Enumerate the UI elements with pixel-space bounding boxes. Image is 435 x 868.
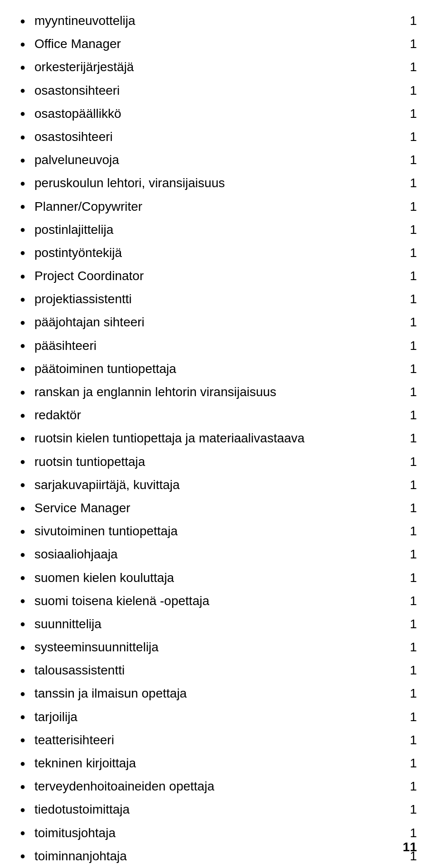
bullet-icon: ●	[18, 84, 27, 97]
bullet-icon: ●	[18, 525, 27, 538]
item-count: 1	[399, 754, 417, 772]
job-title-label: postinlajittelija	[34, 221, 113, 238]
job-title-label: tekninen kirjoittaja	[34, 754, 136, 772]
bullet-icon: ●	[18, 386, 27, 398]
bullet-icon: ●	[18, 107, 27, 120]
bullet-icon: ●	[18, 246, 27, 259]
list-item: ●suomen kielen kouluttaja1	[18, 566, 417, 589]
bullet-icon: ●	[18, 687, 27, 700]
list-item: ●myyntineuvottelija1	[18, 9, 417, 32]
job-title-label: tiedotustoimittaja	[34, 800, 130, 818]
job-title-label: suomi toisena kielenä -opettaja	[34, 592, 209, 610]
list-item: ●sosiaaliohjaaja1	[18, 543, 417, 566]
item-count: 1	[399, 221, 417, 238]
job-title-label: ruotsin tuntiopettaja	[34, 453, 145, 470]
item-count: 1	[399, 708, 417, 726]
bullet-icon: ●	[18, 339, 27, 352]
job-title-label: ranskan ja englannin lehtorin viransijai…	[34, 383, 276, 401]
item-count: 1	[399, 800, 417, 818]
list-item: ●Project Coordinator1	[18, 264, 417, 287]
job-title-label: osastosihteeri	[34, 128, 113, 145]
bullet-icon: ●	[18, 780, 27, 793]
item-count: 1	[399, 569, 417, 587]
list-item: ●postinlajittelija1	[18, 218, 417, 241]
job-title-label: sarjakuvapiirtäjä, kuvittaja	[34, 476, 180, 494]
item-count: 1	[399, 313, 417, 331]
list-item: ●Office Manager1	[18, 32, 417, 55]
item-count: 1	[399, 824, 417, 842]
item-count: 1	[399, 128, 417, 145]
item-count: 1	[399, 476, 417, 494]
bullet-icon: ●	[18, 200, 27, 213]
bullet-icon: ●	[18, 733, 27, 746]
item-count: 1	[399, 684, 417, 702]
list-item: ●peruskoulun lehtori, viransijaisuus1	[18, 171, 417, 194]
job-title-label: postintyöntekijä	[34, 244, 122, 262]
job-title-label: suunnittelija	[34, 615, 102, 633]
item-count: 1	[399, 406, 417, 424]
job-title-label: myyntineuvottelija	[34, 12, 135, 29]
bullet-icon: ●	[18, 826, 27, 839]
list-item: ●tarjoilija1	[18, 705, 417, 728]
job-title-label: systeeminsuunnittelija	[34, 638, 159, 656]
list-item: ●suomi toisena kielenä -opettaja1	[18, 589, 417, 612]
job-title-label: teatterisihteeri	[34, 731, 114, 749]
job-title-label: palveluneuvoja	[34, 151, 119, 169]
bullet-icon: ●	[18, 571, 27, 584]
list-item: ●tanssin ja ilmaisun opettaja1	[18, 682, 417, 705]
bullet-icon: ●	[18, 61, 27, 73]
job-title-label: tanssin ja ilmaisun opettaja	[34, 684, 187, 702]
list-item: ●talousassistentti1	[18, 659, 417, 682]
list-item: ●projektiassistentti1	[18, 287, 417, 310]
item-count: 1	[399, 12, 417, 29]
list-item: ●Service Manager1	[18, 496, 417, 519]
bullet-icon: ●	[18, 757, 27, 770]
bullet-icon: ●	[18, 594, 27, 607]
item-count: 1	[399, 429, 417, 447]
item-count: 1	[399, 290, 417, 308]
item-count: 1	[399, 499, 417, 517]
bullet-icon: ●	[18, 362, 27, 375]
list-item: ●toiminnanjohtaja1	[18, 844, 417, 868]
item-count: 1	[399, 661, 417, 679]
list-item: ●Planner/Copywriter1	[18, 195, 417, 218]
item-count: 1	[399, 383, 417, 401]
item-count: 1	[399, 615, 417, 633]
item-count: 1	[399, 522, 417, 540]
bullet-icon: ●	[18, 270, 27, 282]
item-count: 1	[399, 151, 417, 169]
list-item: ●suunnittelija1	[18, 612, 417, 635]
job-title-label: talousassistentti	[34, 661, 125, 679]
list-item: ●osastopäällikkö1	[18, 102, 417, 125]
bullet-icon: ●	[18, 803, 27, 816]
list-item: ●toimitusjohtaja1	[18, 821, 417, 844]
job-title-label: Project Coordinator	[34, 267, 144, 285]
job-title-label: pääjohtajan sihteeri	[34, 313, 145, 331]
bullet-icon: ●	[18, 617, 27, 630]
item-count: 1	[399, 360, 417, 378]
list-item: ●orkesterijärjestäjä1	[18, 55, 417, 78]
list-item: ●ranskan ja englannin lehtorin viransija…	[18, 380, 417, 403]
bullet-icon: ●	[18, 502, 27, 514]
list-item: ●systeeminsuunnittelija1	[18, 635, 417, 659]
job-title-label: orkesterijärjestäjä	[34, 58, 134, 76]
item-count: 1	[399, 58, 417, 76]
item-count: 1	[399, 777, 417, 795]
list-item: ●sivutoiminen tuntiopettaja1	[18, 519, 417, 543]
item-count: 1	[399, 337, 417, 354]
list-item: ●osastosihteeri1	[18, 125, 417, 148]
item-count: 1	[399, 545, 417, 563]
list-item: ●ruotsin tuntiopettaja1	[18, 450, 417, 473]
list-item: ●sarjakuvapiirtäjä, kuvittaja1	[18, 473, 417, 496]
item-count: 1	[399, 453, 417, 470]
bullet-icon: ●	[18, 409, 27, 422]
job-title-label: sivutoiminen tuntiopettaja	[34, 522, 178, 540]
job-title-label: toimitusjohtaja	[34, 824, 116, 842]
list-item: ●tiedotustoimittaja1	[18, 798, 417, 821]
list-item: ●teatterisihteeri1	[18, 728, 417, 752]
job-title-label: Service Manager	[34, 499, 130, 517]
list-item: ●palveluneuvoja1	[18, 148, 417, 171]
bullet-icon: ●	[18, 455, 27, 468]
bullet-icon: ●	[18, 15, 27, 27]
bullet-icon: ●	[18, 293, 27, 305]
